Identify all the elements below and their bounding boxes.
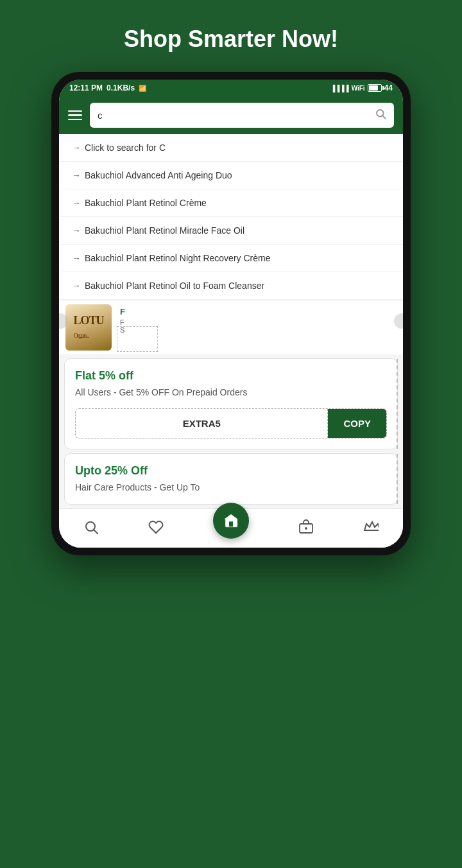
signal-bars-icon: ▐▐▐▐: [330, 85, 348, 92]
autocomplete-click-search[interactable]: → Click to search for C: [59, 134, 403, 162]
arrow-icon: →: [72, 225, 81, 236]
autocomplete-item-4[interactable]: → Bakuchiol Plant Retinol Night Recovery…: [59, 245, 403, 272]
nav-wishlist[interactable]: [148, 519, 164, 535]
hamburger-menu-button[interactable]: [68, 110, 82, 121]
autocomplete-text-1: Bakuchiol Advanced Anti Ageing Duo: [85, 170, 232, 180]
svg-line-3: [94, 530, 98, 534]
status-right: ▐▐▐▐ WiFi 44: [330, 83, 393, 92]
main-content: LOTUOrgan... F FS Flat 5% off All Users …: [59, 300, 403, 508]
dashed-product-box: [117, 326, 158, 352]
page-wrapper: Shop Smarter Now! 12:11 PM 0.1KB/s 📶 ▐▐▐…: [0, 0, 462, 868]
status-bar: 12:11 PM 0.1KB/s 📶 ▐▐▐▐ WiFi 44: [59, 80, 403, 96]
partial-product-label: F: [120, 307, 125, 317]
search-input[interactable]: c: [98, 110, 370, 121]
coupon2-title: Upto 25% Off: [75, 464, 387, 478]
product-strip: LOTUOrgan... F FS: [59, 300, 403, 354]
side-circle-right: [394, 313, 403, 329]
coupon1-row: EXTRA5 COPY: [75, 408, 387, 438]
autocomplete-item-1[interactable]: → Bakuchiol Advanced Anti Ageing Duo: [59, 162, 403, 189]
bottom-nav: [59, 508, 403, 548]
signal-icons: 📶: [139, 85, 146, 92]
page-header-title: Shop Smarter Now!: [111, 0, 351, 72]
nav-crown[interactable]: [363, 519, 379, 535]
wifi-icon: WiFi: [352, 85, 365, 92]
app-header: c: [59, 96, 403, 134]
coupon1-description: All Users - Get 5% OFF On Prepaid Orders: [75, 386, 387, 399]
arrow-icon: →: [72, 143, 81, 153]
autocomplete-text-5: Bakuchiol Plant Retinol Oil to Foam Clea…: [85, 281, 264, 291]
nav-offers[interactable]: [298, 519, 314, 535]
coupon2-description: Hair Care Products - Get Up To: [75, 482, 387, 494]
status-left: 12:11 PM 0.1KB/s 📶: [69, 83, 146, 92]
nav-home-button[interactable]: [213, 503, 249, 539]
autocomplete-text-4: Bakuchiol Plant Retinol Night Recovery C…: [85, 253, 270, 263]
autocomplete-click-text: Click to search for C: [85, 143, 166, 153]
coupon1-title: Flat 5% off: [75, 369, 387, 383]
battery-icon: [368, 84, 382, 92]
autocomplete-item-3[interactable]: → Bakuchiol Plant Retinol Miracle Face O…: [59, 217, 403, 245]
phone-screen: 12:11 PM 0.1KB/s 📶 ▐▐▐▐ WiFi 44: [59, 80, 403, 548]
nav-search[interactable]: [83, 519, 99, 535]
autocomplete-text-3: Bakuchiol Plant Retinol Miracle Face Oil: [85, 225, 244, 236]
search-bar[interactable]: c: [90, 103, 394, 128]
product-image: LOTUOrgan...: [65, 304, 112, 351]
search-icon[interactable]: [375, 108, 386, 123]
coupon-card-2: Upto 25% Off Hair Care Products - Get Up…: [64, 453, 398, 505]
arrow-icon: →: [72, 281, 81, 291]
time-display: 12:11 PM: [69, 83, 103, 92]
copy-button[interactable]: COPY: [328, 409, 386, 438]
arrow-icon: →: [72, 253, 81, 263]
svg-rect-4: [229, 521, 234, 527]
coupon-card-1: Flat 5% off All Users - Get 5% OFF On Pr…: [64, 358, 398, 449]
coupon1-code: EXTRA5: [76, 409, 328, 438]
arrow-icon: →: [72, 170, 81, 180]
autocomplete-item-2[interactable]: → Bakuchiol Plant Retinol Crème: [59, 189, 403, 217]
coupon2-dashed-border: [397, 454, 398, 505]
autocomplete-text-2: Bakuchiol Plant Retinol Crème: [85, 198, 207, 208]
coupon-dashed-border: [397, 359, 398, 449]
svg-line-1: [382, 116, 385, 118]
battery-percent: 44: [384, 83, 393, 92]
arrow-icon: →: [72, 198, 81, 208]
phone-mockup: 12:11 PM 0.1KB/s 📶 ▐▐▐▐ WiFi 44: [51, 72, 411, 555]
data-speed: 0.1KB/s: [107, 83, 135, 92]
autocomplete-dropdown: → Click to search for C → Bakuchiol Adva…: [59, 134, 403, 300]
autocomplete-item-5[interactable]: → Bakuchiol Plant Retinol Oil to Foam Cl…: [59, 272, 403, 300]
